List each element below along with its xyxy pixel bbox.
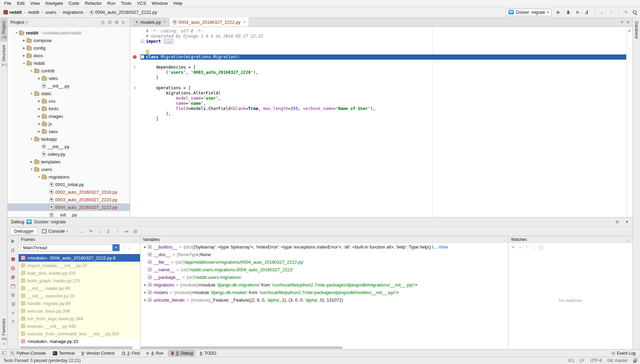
debug-icon[interactable]: [564, 9, 572, 16]
tree-item[interactable]: ▶images: [8, 112, 130, 120]
settings-icon[interactable]: ⚙: [615, 220, 619, 224]
stop-icon[interactable]: [10, 257, 16, 262]
breadcrumb-item[interactable]: reddit: [3, 9, 22, 15]
frame-row[interactable]: run_from_argv, base.py:348: [19, 315, 140, 322]
expand-arrow-icon[interactable]: ▶: [142, 283, 148, 286]
tree-item[interactable]: __init__.py: [8, 143, 130, 150]
code-line[interactable]: model_name='user',: [130, 96, 626, 101]
variable-row[interactable]: __file__={str}'/app/reddit/users/migrati…: [140, 258, 508, 266]
run-configuration-selector[interactable]: Docker: migrate ▾: [506, 9, 552, 16]
tree-item[interactable]: 0003_auto_20160327_2220.py: [8, 196, 130, 203]
settings-icon[interactable]: ⚙: [115, 20, 119, 25]
tree-arrow-icon[interactable]: ▼: [29, 168, 34, 171]
pin-tab-icon[interactable]: [10, 302, 16, 306]
close-tab-icon[interactable]: ×: [164, 20, 166, 24]
remove-watch-icon[interactable]: −: [519, 245, 521, 250]
step-over-icon[interactable]: ↷: [87, 228, 95, 235]
tree-item[interactable]: ▶templates: [8, 158, 130, 165]
tree-item[interactable]: 0002_auto_20160327_2018.py: [8, 188, 130, 196]
tree-arrow-icon[interactable]: ▼: [29, 69, 34, 72]
close-tab-icon[interactable]: ×: [243, 20, 246, 24]
code-line[interactable]: [130, 60, 626, 65]
variable-row[interactable]: ▶unicode_literals={instance}_Feature: _F…: [140, 296, 508, 304]
code-line[interactable]: +import ...: [130, 39, 626, 44]
search-everywhere-icon[interactable]: [632, 10, 637, 15]
tree-item[interactable]: ▼migrations: [8, 173, 130, 181]
code-line[interactable]: ('users', '0003_auto_20160327_2220'),: [130, 70, 626, 75]
commit-changes-icon[interactable]: ↑: [607, 9, 616, 16]
tree-arrow-icon[interactable]: ▼: [14, 31, 19, 34]
menu-item-vcs[interactable]: VCS: [134, 0, 149, 7]
tool-window-button[interactable]: 3: Find: [119, 350, 142, 356]
step-into-icon[interactable]: ↓: [96, 228, 104, 235]
tool-window-button[interactable]: 5: Debug: [168, 350, 196, 356]
duplicate-watch-icon[interactable]: ▢: [539, 245, 543, 250]
code-line[interactable]: [130, 49, 626, 54]
expand-arrow-icon[interactable]: ▶: [142, 299, 148, 302]
tree-arrow-icon[interactable]: ▼: [21, 62, 27, 65]
hide-variables-icon[interactable]: →: [502, 237, 506, 242]
tree-item[interactable]: ▶docs: [8, 52, 130, 59]
frame-row[interactable]: import_module, __init__.py:37: [19, 262, 140, 269]
status-item[interactable]: LF: [580, 358, 584, 363]
tree-arrow-icon[interactable]: ▼: [29, 92, 34, 95]
force-step-into-icon[interactable]: ⇓: [105, 228, 112, 235]
code-line[interactable]: ),: [130, 111, 626, 117]
code-line[interactable]: [130, 44, 626, 49]
menu-item-help[interactable]: Help: [170, 0, 185, 7]
settings-icon[interactable]: ⚙: [10, 293, 16, 297]
tree-item[interactable]: ▶fonts: [8, 105, 130, 112]
project-panel-title[interactable]: Project: [10, 20, 24, 25]
frame-row[interactable]: __init__, loader.py:49: [19, 284, 140, 292]
tree-item[interactable]: celery.py: [8, 150, 130, 158]
tool-window-switcher-icon[interactable]: [2, 351, 7, 355]
breadcrumb-item[interactable]: users: [45, 9, 57, 15]
tree-item[interactable]: ▼reddit~/cookiecutter/reddit: [8, 29, 130, 37]
tree-arrow-icon[interactable]: ▶: [37, 107, 42, 110]
status-item[interactable]: 8:1: [569, 358, 574, 363]
breakpoint-icon[interactable]: [133, 55, 137, 59]
tree-item[interactable]: ▼static: [8, 90, 130, 97]
run-icon[interactable]: [554, 9, 563, 16]
intention-bulb-icon[interactable]: [146, 50, 149, 54]
menu-item-view[interactable]: View: [27, 0, 42, 7]
tree-item[interactable]: __init__.py: [8, 82, 130, 90]
tree-arrow-icon[interactable]: ▶: [21, 39, 27, 42]
menu-item-edit[interactable]: Edit: [14, 0, 27, 7]
mute-breakpoints-icon[interactable]: [10, 275, 16, 280]
add-watch-icon[interactable]: +: [512, 245, 514, 250]
profiler-icon[interactable]: [583, 9, 592, 16]
move-watch-down-icon[interactable]: ↓: [532, 245, 534, 250]
thread-combo[interactable]: MainThread ▼: [20, 244, 120, 251]
breadcrumb-item[interactable]: reddit: [27, 9, 40, 15]
menu-item-navigate[interactable]: Navigate: [42, 0, 66, 7]
frame-row[interactable]: __init__, executor.py:20: [19, 292, 140, 300]
run-to-cursor-icon[interactable]: ↦: [122, 228, 130, 235]
combo-arrow-icon[interactable]: ▼: [112, 244, 119, 251]
lock-icon[interactable]: [633, 358, 637, 363]
inspection-stripe[interactable]: ✓: [626, 27, 632, 217]
frame-row[interactable]: <module>, 0004_auto_20160327_2222.py:8: [19, 254, 140, 262]
code-line[interactable]: ]: [130, 117, 626, 122]
tool-stripe-button[interactable]: ★2: Favorites: [0, 315, 7, 349]
variable-row[interactable]: ▶models={module}<module 'django.db.model…: [140, 289, 508, 296]
fold-marker-icon[interactable]: -: [141, 55, 144, 59]
tree-arrow-icon[interactable]: ▼: [29, 138, 34, 141]
frame-row[interactable]: handle, migrate.py:89: [19, 300, 140, 307]
breadcrumb-item[interactable]: 0004_auto_20160327_2222.py: [89, 9, 158, 15]
tool-window-button[interactable]: 9: Version Control: [79, 350, 117, 356]
tree-item[interactable]: ▼taskapp: [8, 135, 130, 143]
editor-settings-icon[interactable]: ⚙: [627, 20, 630, 24]
tree-item[interactable]: 0004_auto_20160327_2222.py: [8, 203, 130, 211]
tree-item[interactable]: ▼reddit: [8, 59, 130, 67]
variable-row[interactable]: __name__={str}'reddit.users.migrations.0…: [140, 266, 508, 273]
tool-window-button[interactable]: Python Console: [8, 350, 48, 356]
tree-item[interactable]: ▶config: [8, 44, 130, 52]
gutter-navigate-icon[interactable]: ↕: [133, 65, 136, 70]
menu-item-tools[interactable]: Tools: [118, 0, 134, 7]
frame-row[interactable]: load_disk, loader.py:105: [19, 269, 140, 277]
tab-list-icon[interactable]: ▼: [620, 20, 624, 24]
close-icon[interactable]: ×: [10, 311, 16, 315]
tree-arrow-icon[interactable]: ▶: [37, 122, 42, 125]
tree-item[interactable]: ▼contrib: [8, 67, 130, 74]
